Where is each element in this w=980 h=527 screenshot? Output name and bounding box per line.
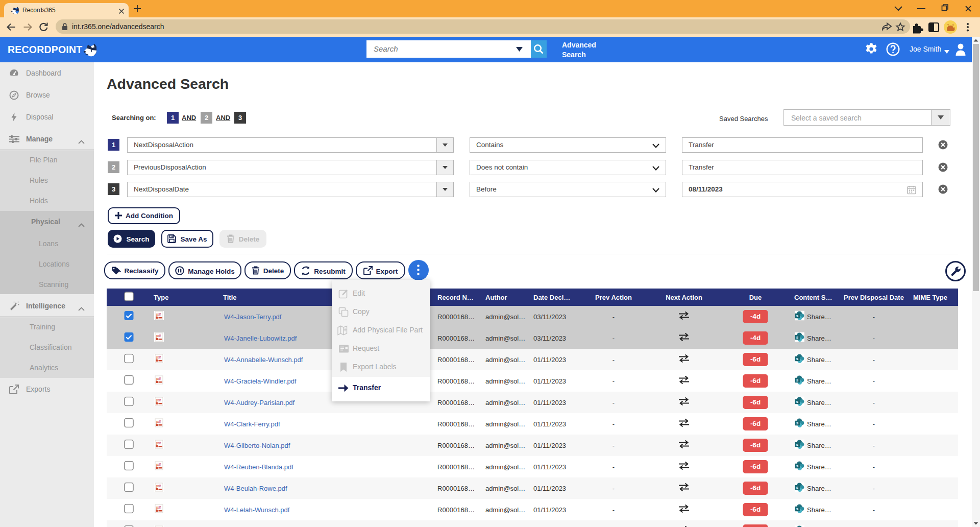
svg-text:pdf: pdf bbox=[156, 420, 161, 424]
svg-text:pdf: pdf bbox=[156, 484, 161, 488]
svg-text:s: s bbox=[796, 356, 799, 361]
svg-text:s: s bbox=[796, 442, 799, 447]
svg-text:pdf: pdf bbox=[156, 313, 161, 317]
svg-text:pdf: pdf bbox=[156, 506, 161, 510]
svg-text:s: s bbox=[796, 507, 799, 511]
svg-text:pdf: pdf bbox=[156, 355, 161, 360]
svg-text:pdf: pdf bbox=[156, 463, 161, 467]
svg-text:s: s bbox=[796, 421, 799, 425]
svg-text:s: s bbox=[796, 335, 799, 340]
svg-text:pdf: pdf bbox=[156, 441, 161, 445]
svg-text:pdf: pdf bbox=[156, 377, 161, 381]
svg-text:s: s bbox=[796, 399, 799, 404]
svg-text:s: s bbox=[796, 485, 799, 490]
svg-text:pdf: pdf bbox=[156, 334, 161, 338]
svg-text:s: s bbox=[796, 378, 799, 382]
svg-text:s: s bbox=[796, 464, 799, 468]
svg-text:pdf: pdf bbox=[156, 398, 161, 402]
svg-text:s: s bbox=[796, 314, 799, 318]
